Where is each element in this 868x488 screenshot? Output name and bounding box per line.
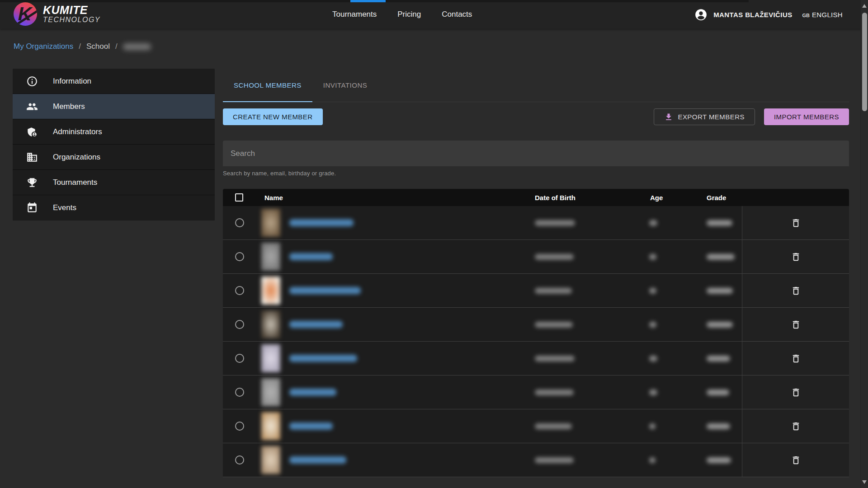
trash-icon xyxy=(791,455,801,465)
delete-member-button[interactable] xyxy=(787,451,805,469)
member-grade-redacted xyxy=(707,288,733,294)
search-placeholder: Search xyxy=(231,149,255,158)
member-name-link-redacted[interactable] xyxy=(289,219,354,226)
table-body xyxy=(223,206,849,477)
member-avatar xyxy=(261,378,280,406)
topbar-nav-tournaments[interactable]: Tournaments xyxy=(332,10,377,19)
trash-icon xyxy=(791,286,801,296)
table-row xyxy=(223,308,849,342)
member-name-link-redacted[interactable] xyxy=(289,355,357,362)
page-root: K KUMITE TECHNOLOGY TournamentsPricingCo… xyxy=(0,0,868,488)
table-row xyxy=(223,443,849,477)
member-avatar xyxy=(261,209,280,237)
delete-member-button[interactable] xyxy=(787,384,805,402)
account-circle-icon xyxy=(695,9,707,21)
people-icon xyxy=(26,101,38,113)
main-layout: Information Members Administrators Organ… xyxy=(0,69,868,477)
delete-member-button[interactable] xyxy=(787,248,805,266)
export-members-button[interactable]: EXPORT MEMBERS xyxy=(654,108,755,125)
brand-logo[interactable]: K KUMITE TECHNOLOGY xyxy=(14,2,100,26)
member-name-link-redacted[interactable] xyxy=(289,456,346,464)
members-table: Name Date of Birth Age Grade xyxy=(223,189,849,477)
search-input[interactable]: Search xyxy=(223,141,849,166)
select-all-checkbox[interactable] xyxy=(235,193,243,202)
kumite-logo-icon: K xyxy=(14,2,37,26)
delete-member-button[interactable] xyxy=(787,214,805,232)
member-grade-redacted xyxy=(707,423,730,429)
delete-member-button[interactable] xyxy=(787,282,805,300)
sidebar-item-information[interactable]: Information xyxy=(13,69,215,94)
tabs-bar: SCHOOL MEMBERSINVITATIONS xyxy=(223,69,849,102)
member-name-link-redacted[interactable] xyxy=(289,389,336,396)
member-avatar xyxy=(261,243,280,271)
row-select-radio[interactable] xyxy=(235,320,244,329)
row-select-radio[interactable] xyxy=(235,455,244,465)
column-header-grade: Grade xyxy=(707,194,726,202)
topbar-nav-pricing[interactable]: Pricing xyxy=(397,10,421,19)
delete-member-button[interactable] xyxy=(787,316,805,334)
member-dob-redacted xyxy=(535,423,572,429)
breadcrumb-current-redacted xyxy=(123,43,151,50)
delete-member-button[interactable] xyxy=(787,418,805,436)
trash-icon xyxy=(791,353,801,364)
sidebar-item-events[interactable]: Events xyxy=(13,195,215,221)
calendar-icon xyxy=(26,202,38,214)
member-name-link-redacted[interactable] xyxy=(289,287,361,294)
column-header-dob: Date of Birth xyxy=(535,194,576,202)
sidebar-item-organizations[interactable]: Organizations xyxy=(13,145,215,170)
member-age-redacted xyxy=(649,457,656,463)
sidebar-item-tournaments[interactable]: Tournaments xyxy=(13,170,215,195)
breadcrumb-separator: / xyxy=(115,42,118,51)
scrollbar-down-arrow[interactable] xyxy=(862,480,867,484)
user-menu[interactable]: MANTAS BLAŽEVIČIUS GB ENGLISH xyxy=(695,0,843,29)
member-age-redacted xyxy=(649,322,656,328)
scrollbar-up-arrow[interactable] xyxy=(862,4,867,8)
row-select-radio[interactable] xyxy=(235,388,244,397)
table-row xyxy=(223,240,849,274)
row-select-radio[interactable] xyxy=(235,354,244,363)
table-row xyxy=(223,375,849,409)
breadcrumb: My Organizations / School / xyxy=(0,29,868,52)
sidebar-item-administrators[interactable]: Administrators xyxy=(13,119,215,145)
row-select-radio[interactable] xyxy=(235,252,244,261)
member-name-link-redacted[interactable] xyxy=(289,422,333,430)
page-scrollbar[interactable] xyxy=(860,0,868,488)
member-grade-redacted xyxy=(707,356,730,361)
tab-school-members[interactable]: SCHOOL MEMBERS xyxy=(223,69,312,102)
breadcrumb-section-school[interactable]: School xyxy=(86,42,110,51)
row-select-radio[interactable] xyxy=(235,218,244,227)
member-avatar xyxy=(261,344,280,372)
member-dob-redacted xyxy=(535,254,574,260)
scrollbar-thumb[interactable] xyxy=(862,13,867,111)
member-avatar xyxy=(261,446,280,474)
table-header-row: Name Date of Birth Age Grade xyxy=(223,189,849,206)
member-dob-redacted xyxy=(535,356,575,361)
member-name-link-redacted[interactable] xyxy=(289,321,343,328)
building-icon xyxy=(26,151,38,163)
delete-member-button[interactable] xyxy=(787,350,805,368)
member-grade-redacted xyxy=(707,322,733,328)
row-select-radio[interactable] xyxy=(235,286,244,295)
trash-icon xyxy=(791,218,801,228)
row-select-radio[interactable] xyxy=(235,422,244,431)
table-row xyxy=(223,409,849,443)
topbar-nav-contacts[interactable]: Contacts xyxy=(442,10,472,19)
search-helper-text: Search by name, email, birthday or grade… xyxy=(223,170,849,177)
member-dob-redacted xyxy=(535,457,574,463)
member-avatar xyxy=(261,277,280,305)
info-icon xyxy=(26,75,38,87)
content-panel: SCHOOL MEMBERSINVITATIONS CREATE NEW MEM… xyxy=(223,69,849,477)
import-members-button[interactable]: IMPORT MEMBERS xyxy=(764,108,849,125)
tab-invitations[interactable]: INVITATIONS xyxy=(312,69,378,102)
language-switcher[interactable]: GB ENGLISH xyxy=(802,11,843,19)
breadcrumb-link-my-organizations[interactable]: My Organizations xyxy=(14,42,73,51)
column-header-name: Name xyxy=(264,194,283,202)
sidebar-item-members[interactable]: Members xyxy=(13,94,215,119)
language-name: ENGLISH xyxy=(812,11,843,19)
table-row xyxy=(223,342,849,375)
member-name-link-redacted[interactable] xyxy=(289,253,333,260)
create-new-member-button[interactable]: CREATE NEW MEMBER xyxy=(223,108,323,125)
trash-icon xyxy=(791,252,801,262)
actions-row: CREATE NEW MEMBER EXPORT MEMBERS IMPORT … xyxy=(223,108,849,125)
member-age-redacted xyxy=(649,356,657,361)
